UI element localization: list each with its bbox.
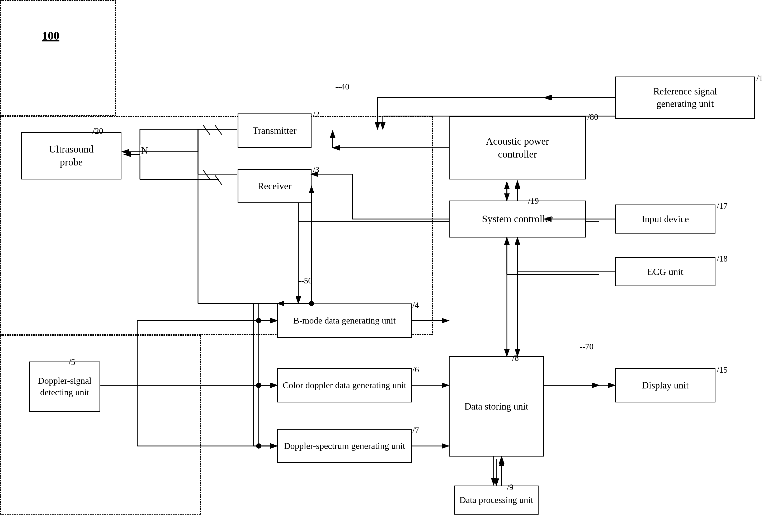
ecg-block: ECG unit	[615, 257, 715, 286]
data-processing-block: Data processing unit	[454, 486, 539, 515]
ref-50: --50	[298, 276, 312, 286]
color-doppler-block: Color doppler data generating unit	[277, 368, 412, 402]
ref-40: --40	[335, 82, 349, 92]
doppler-spectrum-block: Doppler-spectrum generating unit	[277, 429, 412, 463]
system-controller-block: System controller	[449, 201, 586, 237]
ref-acoustic: /80	[587, 112, 598, 122]
ref-70: --70	[580, 342, 594, 351]
ref-dataproc: /9	[507, 482, 514, 492]
svg-point-45	[256, 383, 261, 388]
diagram-title: 100	[41, 29, 60, 42]
bmode-block: B-mode data generating unit	[277, 303, 412, 338]
ref-ecg: /18	[717, 254, 728, 264]
svg-point-46	[256, 443, 261, 449]
ref-display: /15	[717, 365, 728, 375]
doppler-signal-block: Doppler-signaldetecting unit	[29, 362, 100, 412]
ref-bmode: /4	[413, 300, 419, 310]
ultrasound-probe-block: Ultrasoundprobe	[21, 132, 121, 179]
data-storing-block: Data storing unit	[449, 356, 544, 457]
svg-point-51	[256, 383, 261, 388]
ref-dsig: /5	[69, 357, 75, 367]
ref-refsig: /1	[756, 73, 763, 83]
diagram: 100 --40 Transmitter /2 Receiver /3 Ultr…	[0, 0, 773, 532]
ref-probe: /20	[92, 126, 103, 136]
ref-dspec: /7	[413, 425, 419, 435]
ref-signal-block: Reference signalgenerating unit	[615, 77, 755, 119]
ref-receiver: /3	[313, 165, 319, 175]
receiver-block: Receiver	[237, 169, 311, 203]
display-block: Display unit	[615, 368, 715, 402]
ref-datastoring: /8	[512, 353, 519, 363]
dashed-box-transmitter-receiver	[0, 0, 116, 116]
n-label: N	[140, 145, 149, 156]
transmitter-block: Transmitter	[237, 113, 311, 148]
ref-input: /17	[717, 201, 728, 211]
ref-transmitter: /2	[313, 110, 319, 119]
ref-color: /6	[413, 365, 419, 374]
input-device-block: Input device	[615, 205, 715, 234]
acoustic-power-block: Acoustic powercontroller	[449, 116, 586, 179]
ref-sysctl: /19	[528, 196, 539, 206]
